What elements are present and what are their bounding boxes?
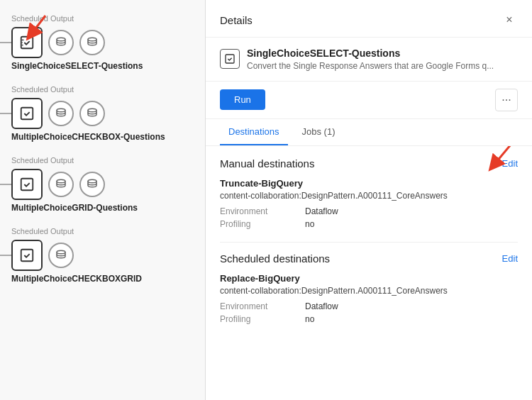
db-icon-3a[interactable] [48, 172, 74, 197]
scheduled-dest-props: Environment Dataflow Profiling no [220, 301, 518, 324]
details-header: Details × [206, 0, 532, 38]
sched-prop-label-1: Profiling [220, 314, 305, 324]
svg-point-1 [57, 38, 65, 41]
scheduled-dest-name: Replace-BigQuery [220, 273, 518, 284]
svg-rect-3 [21, 108, 33, 120]
node-row-1 [11, 27, 194, 58]
node-name-3: MultipleChoiceGRID-Questions [11, 203, 194, 213]
run-button[interactable]: Run [220, 89, 265, 110]
node-group-4: Scheduled Output MultipleChoiceCHECKBOXG… [0, 221, 205, 292]
node-row-2 [11, 98, 194, 129]
manual-edit-button[interactable]: Edit [502, 158, 518, 169]
more-button[interactable]: ··· [495, 89, 518, 111]
node-label-2: Scheduled Output [11, 85, 194, 94]
node-info-text: SingleChoiceSELECT-Questions Convert the… [247, 48, 518, 72]
node-row-4 [11, 240, 194, 271]
db-icon-3b[interactable] [79, 172, 105, 197]
action-bar: Run ··· [206, 82, 532, 119]
manual-destination: Truncate-BigQuery content-collaboration:… [220, 178, 518, 229]
scheduled-section-header: Scheduled destinations Edit [220, 252, 518, 265]
node-label-3: Scheduled Output [11, 156, 194, 165]
node-box-4[interactable] [11, 240, 43, 271]
scheduled-dest-path: content-collaboration:DesignPattern.A000… [220, 286, 518, 296]
details-title: Details [220, 14, 253, 26]
manual-dest-name: Truncate-BigQuery [220, 178, 518, 189]
left-panel: Scheduled Output [0, 0, 206, 400]
content-area: Manual destinations Edit Truncate-BigQue… [206, 146, 532, 400]
node-label-4: Scheduled Output [11, 227, 194, 235]
scheduled-edit-button[interactable]: Edit [502, 253, 518, 264]
right-panel: Details × SingleChoiceSELECT-Questions C… [206, 0, 532, 400]
node-group-3: Scheduled Output [0, 150, 205, 221]
section-divider [220, 242, 518, 243]
db-icon-1b[interactable] [79, 30, 105, 55]
node-info-desc: Convert the Single Response Answers that… [247, 60, 518, 72]
manual-prop-label-0: Environment [220, 206, 305, 216]
svg-point-4 [57, 109, 65, 112]
manual-section-header: Manual destinations Edit [220, 157, 518, 170]
svg-point-5 [88, 109, 96, 112]
node-group-2: Scheduled Output [0, 79, 205, 150]
svg-rect-6 [21, 179, 33, 191]
svg-point-7 [57, 179, 65, 183]
manual-prop-label-1: Profiling [220, 219, 305, 229]
sched-prop-label-0: Environment [220, 301, 305, 311]
db-icon-2a[interactable] [48, 101, 74, 126]
node-box-2[interactable] [11, 98, 43, 129]
node-group-1: Scheduled Output [0, 9, 205, 79]
close-button[interactable]: × [501, 11, 518, 28]
node-name-1: SingleChoiceSELECT-Questions [11, 61, 194, 71]
tab-destinations[interactable]: Destinations [220, 119, 288, 145]
manual-dest-props: Environment Dataflow Profiling no [220, 206, 518, 229]
node-label-1: Scheduled Output [11, 14, 194, 23]
manual-prop-value-0: Dataflow [305, 206, 518, 216]
manual-dest-path: content-collaboration:DesignPattern.A000… [220, 191, 518, 201]
node-box-3[interactable] [11, 169, 43, 200]
db-icon-2b[interactable] [79, 101, 105, 126]
node-box-1[interactable] [11, 27, 43, 58]
scheduled-section-title: Scheduled destinations [220, 252, 330, 265]
db-icon-4a[interactable] [48, 243, 74, 268]
svg-point-2 [88, 38, 96, 41]
scheduled-destination: Replace-BigQuery content-collaboration:D… [220, 273, 518, 324]
sched-prop-value-1: no [305, 314, 518, 324]
node-icon-small [220, 49, 240, 69]
node-info: SingleChoiceSELECT-Questions Convert the… [206, 38, 532, 82]
db-icon-1a[interactable] [48, 30, 74, 55]
sched-prop-value-0: Dataflow [305, 301, 518, 311]
svg-point-8 [88, 179, 96, 183]
svg-rect-9 [21, 250, 33, 262]
node-name-4: MultipleChoiceCHECKBOXGRID [11, 274, 194, 284]
node-name-2: MultipleChoiceCHECKBOX-Questions [11, 132, 194, 142]
manual-section-title: Manual destinations [220, 157, 314, 170]
tabs: Destinations Jobs (1) [206, 119, 532, 146]
node-row-3 [11, 169, 194, 200]
svg-rect-0 [21, 37, 33, 49]
node-info-name: SingleChoiceSELECT-Questions [247, 48, 518, 59]
svg-rect-11 [226, 55, 234, 63]
manual-prop-value-1: no [305, 219, 518, 229]
svg-point-10 [57, 250, 65, 254]
tab-jobs[interactable]: Jobs (1) [294, 119, 344, 145]
